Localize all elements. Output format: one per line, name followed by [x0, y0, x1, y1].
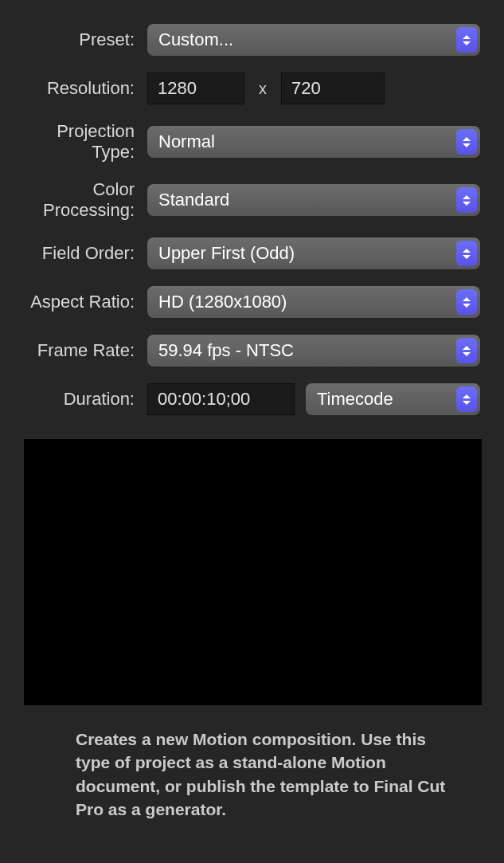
updown-chevron-icon — [456, 386, 477, 412]
preset-select[interactable]: Custom... — [147, 24, 480, 56]
updown-chevron-icon — [456, 338, 477, 363]
description-text: Creates a new Motion composition. Use th… — [16, 728, 480, 822]
preset-select-value: Custom... — [158, 29, 233, 50]
color-processing-select-wrap: Standard — [147, 184, 480, 216]
frame-rate-select[interactable]: 59.94 fps - NTSC — [147, 335, 480, 367]
duration-mode-select-value: Timecode — [317, 389, 393, 410]
duration-mode-select-wrap: Timecode — [306, 383, 480, 415]
preset-row: Preset: Custom... — [16, 24, 480, 56]
field-order-select-value: Upper First (Odd) — [158, 243, 295, 264]
frame-rate-select-value: 59.94 fps - NTSC — [158, 340, 294, 361]
resolution-label: Resolution: — [16, 78, 147, 99]
aspect-ratio-row: Aspect Ratio: HD (1280x1080) — [16, 286, 480, 318]
updown-chevron-icon — [456, 27, 477, 53]
resolution-height-input[interactable] — [281, 73, 385, 104]
field-order-select-wrap: Upper First (Odd) — [147, 237, 480, 269]
projection-row: Projection Type: Normal — [16, 121, 480, 163]
updown-chevron-icon — [456, 187, 477, 213]
color-processing-row: Color Processing: Standard — [16, 179, 480, 221]
frame-rate-label: Frame Rate: — [16, 340, 147, 361]
updown-chevron-icon — [456, 289, 477, 315]
resolution-row: Resolution: x — [16, 73, 480, 104]
duration-row: Duration: Timecode — [16, 383, 480, 415]
color-processing-select-value: Standard — [158, 190, 229, 210]
duration-label: Duration: — [16, 389, 147, 410]
updown-chevron-icon — [456, 129, 477, 155]
preset-label: Preset: — [16, 29, 147, 50]
resolution-x-label: x — [259, 80, 267, 98]
color-processing-label: Color Processing: — [16, 179, 147, 221]
preset-select-wrap: Custom... — [147, 24, 480, 56]
color-processing-select[interactable]: Standard — [147, 184, 480, 216]
aspect-ratio-label: Aspect Ratio: — [16, 292, 147, 312]
projection-select-value: Normal — [158, 131, 215, 152]
preview-area — [24, 439, 482, 705]
updown-chevron-icon — [456, 241, 477, 266]
field-order-row: Field Order: Upper First (Odd) — [16, 237, 480, 269]
projection-select[interactable]: Normal — [147, 126, 480, 158]
frame-rate-row: Frame Rate: 59.94 fps - NTSC — [16, 335, 480, 367]
duration-input[interactable] — [147, 383, 295, 415]
duration-mode-select[interactable]: Timecode — [306, 383, 480, 415]
aspect-ratio-select[interactable]: HD (1280x1080) — [147, 286, 480, 318]
aspect-ratio-select-wrap: HD (1280x1080) — [147, 286, 480, 318]
aspect-ratio-select-value: HD (1280x1080) — [158, 292, 287, 312]
field-order-label: Field Order: — [16, 243, 147, 264]
projection-select-wrap: Normal — [147, 126, 480, 158]
projection-label: Projection Type: — [16, 121, 147, 163]
resolution-width-input[interactable] — [147, 73, 244, 104]
field-order-select[interactable]: Upper First (Odd) — [147, 237, 480, 269]
frame-rate-select-wrap: 59.94 fps - NTSC — [147, 335, 480, 367]
